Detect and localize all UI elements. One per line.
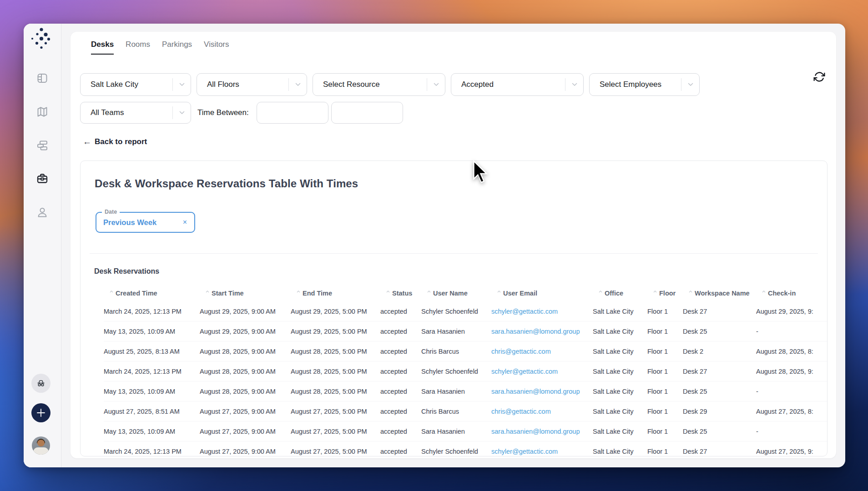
tab-parkings[interactable]: Parkings: [162, 40, 192, 55]
teams-dropdown[interactable]: All Teams: [80, 102, 191, 124]
time-to-input[interactable]: [331, 102, 403, 124]
sort-caret-icon: [110, 291, 113, 293]
resource-dropdown[interactable]: Select Resource: [313, 73, 445, 96]
table-cell: Chris Barcus: [421, 408, 491, 415]
table-row: March 24, 2025, 12:13 PMAugust 28, 2025,…: [104, 361, 827, 381]
table-cell: August 27, 2025, 5:00 PM: [291, 428, 380, 435]
incognito-button[interactable]: [31, 374, 50, 393]
user-email-link[interactable]: schyler@gettactic.com: [491, 368, 593, 375]
chevron-down-icon: [688, 83, 693, 86]
sidebar-item-dashboard[interactable]: [36, 72, 48, 84]
column-header-check-in[interactable]: Check-in: [756, 290, 828, 297]
time-between-label: Time Between:: [197, 108, 249, 117]
column-header-office[interactable]: Office: [593, 290, 647, 297]
add-button[interactable]: [31, 403, 50, 422]
incognito-icon: [36, 378, 46, 388]
briefcase-icon: [36, 173, 48, 185]
column-header-user-email[interactable]: User Email: [491, 290, 593, 297]
user-email-link[interactable]: schyler@gettactic.com: [491, 448, 593, 455]
table-cell: May 13, 2025, 10:09 AM: [104, 388, 200, 395]
sort-caret-icon: [206, 291, 209, 293]
table-cell: Salt Lake City: [593, 388, 647, 395]
table-cell: accepted: [380, 308, 421, 315]
table-cell: August 25, 2025, 8:13 AM: [104, 348, 200, 355]
table-cell: August 27, 2025, 5:00 PM: [291, 408, 380, 415]
sidebar-item-reservations[interactable]: [36, 173, 48, 185]
user-avatar[interactable]: [32, 436, 50, 455]
sidebar-item-people[interactable]: [36, 206, 48, 218]
table-cell: Desk 27: [683, 448, 756, 455]
column-header-floor[interactable]: Floor: [647, 290, 683, 297]
column-header-user-name[interactable]: User Name: [421, 290, 491, 297]
table-cell: accepted: [380, 348, 421, 355]
floors-dropdown[interactable]: All Floors: [197, 73, 307, 96]
filter-row-1: Salt Lake City All Floors Select Resourc…: [80, 73, 836, 96]
table-row: March 24, 2025, 12:13 PMAugust 29, 2025,…: [104, 301, 827, 321]
report-title: Desk & Workspace Reservations Table With…: [95, 177, 827, 190]
office-dropdown[interactable]: Salt Lake City: [80, 73, 191, 96]
arrow-left-icon: ←: [83, 137, 91, 147]
tab-visitors[interactable]: Visitors: [204, 40, 229, 55]
table-cell: Desk 27: [683, 308, 756, 315]
tab-bar: Desks Rooms Parkings Visitors: [71, 32, 836, 55]
table-cell: accepted: [380, 448, 421, 455]
table-row: August 25, 2025, 8:13 AMAugust 28, 2025,…: [104, 341, 827, 361]
table-cell: August 27, 2025, 8:51 AM: [104, 408, 200, 415]
table-cell: Floor 1: [647, 428, 683, 435]
table-cell: August 27, 2025, 9:: [756, 448, 828, 455]
table-row: May 13, 2025, 10:09 AMAugust 29, 2025, 9…: [104, 321, 827, 341]
table-cell: August 28, 2025, 5:00 PM: [291, 368, 380, 375]
table-cell: March 24, 2025, 12:13 PM: [104, 368, 200, 375]
table-cell: August 29, 2025, 9:: [756, 308, 828, 315]
chevron-down-icon: [434, 83, 439, 86]
table-cell: May 13, 2025, 10:09 AM: [104, 328, 200, 335]
table-cell: August 29, 2025, 9:00 AM: [200, 328, 291, 335]
table-cell: accepted: [380, 428, 421, 435]
reservations-table: Created TimeStart TimeEnd TimeStatusUser…: [81, 285, 827, 456]
tab-desks[interactable]: Desks: [91, 40, 114, 55]
table-cell: Desk 2: [683, 348, 756, 355]
user-email-link[interactable]: chris@gettactic.com: [491, 408, 593, 415]
sort-caret-icon: [599, 291, 602, 293]
table-cell: August 27, 2025, 9:00 AM: [200, 408, 291, 415]
user-email-link[interactable]: schyler@gettactic.com: [491, 308, 593, 315]
table-cell: Floor 1: [647, 388, 683, 395]
section-title: Desk Reservations: [94, 267, 827, 276]
table-cell: Salt Lake City: [593, 428, 647, 435]
table-cell: August 29, 2025, 5:00 PM: [291, 328, 380, 335]
time-from-input[interactable]: [257, 102, 328, 124]
table-cell: Sara Hasanien: [421, 428, 491, 435]
floors-dropdown-value: All Floors: [197, 80, 288, 89]
table-cell: Salt Lake City: [593, 308, 647, 315]
column-header-end-time[interactable]: End Time: [291, 290, 380, 297]
table-cell: -: [756, 388, 828, 395]
status-dropdown[interactable]: Accepted: [451, 73, 584, 96]
tab-rooms[interactable]: Rooms: [126, 40, 150, 55]
sidebar-item-maps[interactable]: [36, 106, 48, 118]
remove-date-filter-button[interactable]: ×: [183, 218, 194, 226]
table-cell: Floor 1: [647, 308, 683, 315]
user-email-link[interactable]: sara.hasanien@lomond.group: [491, 388, 593, 395]
table-cell: May 13, 2025, 10:09 AM: [104, 428, 200, 435]
user-email-link[interactable]: sara.hasanien@lomond.group: [491, 328, 593, 335]
table-cell: Desk 25: [683, 428, 756, 435]
plus-icon: [36, 408, 46, 418]
back-to-report-link[interactable]: ← Back to report: [83, 137, 147, 147]
column-header-workspace-name[interactable]: Workspace Name: [683, 290, 756, 297]
refresh-button[interactable]: [813, 71, 826, 84]
date-filter-chip[interactable]: Date Previous Week ×: [96, 212, 195, 233]
sidebar-item-workflows[interactable]: [36, 140, 48, 151]
table-cell: August 28, 2025, 5:00 PM: [291, 348, 380, 355]
employees-dropdown[interactable]: Select Employees: [589, 73, 700, 96]
user-email-link[interactable]: chris@gettactic.com: [491, 348, 593, 355]
table-cell: Desk 29: [683, 408, 756, 415]
workflows-icon: [36, 140, 48, 151]
column-header-start-time[interactable]: Start Time: [200, 290, 291, 297]
person-icon: [36, 206, 48, 218]
column-header-status[interactable]: Status: [380, 290, 421, 297]
table-cell: August 29, 2025, 5:00 PM: [291, 308, 380, 315]
employees-dropdown-value: Select Employees: [590, 80, 681, 89]
table-cell: Salt Lake City: [593, 368, 647, 375]
column-header-created-time[interactable]: Created Time: [104, 290, 200, 297]
user-email-link[interactable]: sara.hasanien@lomond.group: [491, 428, 593, 435]
